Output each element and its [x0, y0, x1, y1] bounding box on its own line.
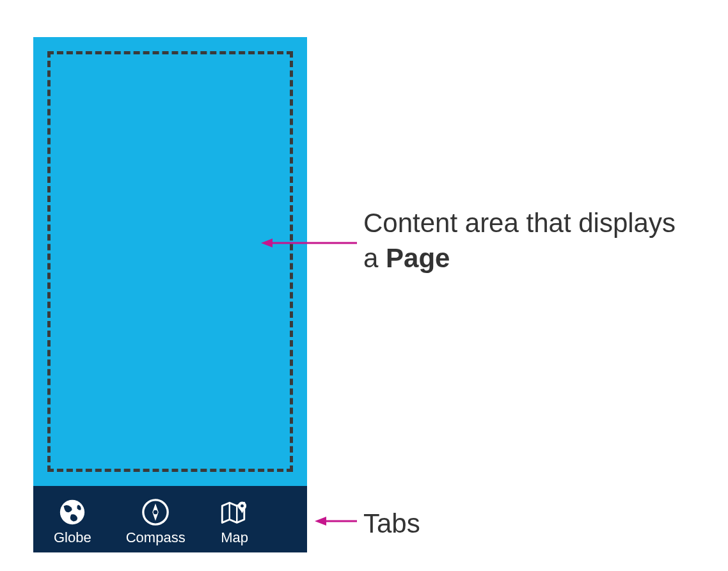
content-area	[33, 37, 307, 486]
page-content-region	[47, 51, 293, 472]
svg-marker-11	[315, 517, 326, 526]
tab-label: Compass	[126, 529, 186, 546]
globe-icon	[58, 497, 87, 527]
tab-compass[interactable]: Compass	[126, 497, 186, 546]
svg-point-3	[154, 510, 158, 515]
annotation-tabs: Tabs	[363, 506, 420, 542]
arrow-to-content	[261, 237, 357, 249]
tab-bar: Globe Compass	[33, 486, 307, 552]
tab-label: Globe	[54, 529, 91, 546]
tab-globe[interactable]: Globe	[54, 497, 91, 546]
annotation-content-area: Content area that displays a Page	[363, 206, 696, 276]
map-icon	[220, 497, 249, 527]
svg-point-7	[241, 505, 244, 508]
tab-label: Map	[221, 529, 248, 546]
arrow-to-tabs	[315, 515, 357, 528]
phone-frame: Globe Compass	[33, 37, 307, 552]
compass-icon	[141, 497, 170, 527]
tab-map[interactable]: Map	[220, 497, 249, 546]
svg-marker-9	[261, 239, 273, 247]
